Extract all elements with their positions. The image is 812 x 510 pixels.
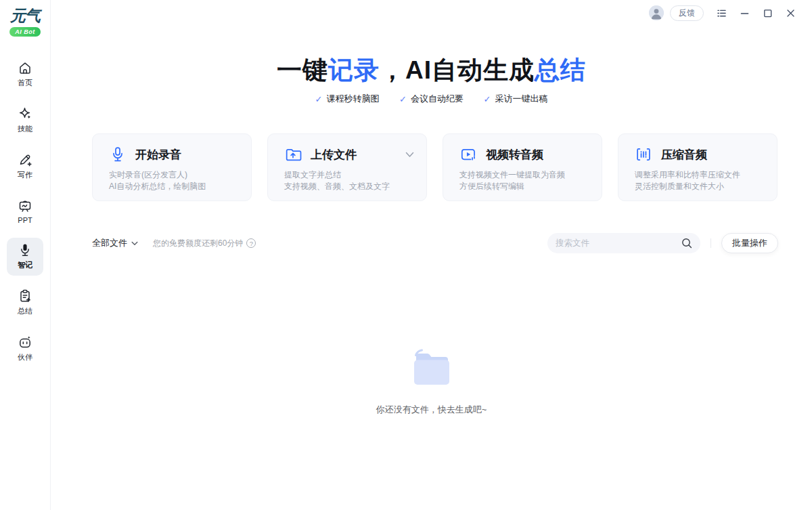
feature-item: ✓ 课程秒转脑图 <box>315 93 380 105</box>
avatar[interactable] <box>649 5 664 20</box>
batch-actions-button[interactable]: 批量操作 <box>721 233 778 253</box>
card-description: 实时录音(区分发言人) AI自动分析总结，绘制脑图 <box>109 169 239 192</box>
chevron-down-icon[interactable] <box>405 152 414 158</box>
maximize-icon[interactable] <box>763 8 773 18</box>
card-header: 开始录音 <box>109 146 239 163</box>
robot-icon <box>18 335 32 349</box>
feature-list: ✓ 课程秒转脑图 ✓ 会议自动纪要 ✓ 采访一键出稿 <box>51 93 812 105</box>
upload-folder-icon <box>284 146 302 163</box>
feature-label: 课程秒转脑图 <box>326 93 379 105</box>
card-header: 压缩音频 <box>635 146 765 163</box>
user-icon <box>649 5 664 20</box>
upload-file-card[interactable]: 上传文件 提取文字并总结 支持视频、音频、文档及文字 <box>267 133 427 201</box>
card-description: 提取文字并总结 支持视频、音频、文档及文字 <box>284 169 414 192</box>
file-toolbar: 全部文件 您的免费额度还剩60分钟 ? 批量操作 <box>92 233 778 253</box>
window-topbar: 反馈 <box>649 5 796 21</box>
card-desc-line: AI自动分析总结，绘制脑图 <box>109 181 239 192</box>
card-desc-line: 提取文字并总结 <box>284 169 414 181</box>
video-to-audio-card[interactable]: 视频转音频 支持视频文件一键提取为音频 方便后续转写编辑 <box>443 133 602 201</box>
search-input[interactable] <box>556 238 681 248</box>
sidebar-item-label: 智记 <box>18 260 32 270</box>
sidebar-item-label: PPT <box>18 216 32 224</box>
title-highlight: 记录 <box>328 56 380 84</box>
check-icon: ✓ <box>399 94 407 104</box>
microphone-icon <box>109 146 127 163</box>
sidebar-item-writing[interactable]: 写作 <box>7 148 43 186</box>
free-quota: 您的免费额度还剩60分钟 ? <box>153 238 256 249</box>
card-description: 调整采用率和比特率压缩文件 灵活控制质量和文件大小 <box>635 169 765 192</box>
sidebar-item-label: 技能 <box>18 124 32 134</box>
title-part: 一键 <box>277 56 328 84</box>
app-logo-text: 元气 <box>9 7 41 24</box>
sidebar-item-ppt[interactable]: PPT <box>7 194 43 230</box>
sidebar-nav: 首页 技能 写作 PPT <box>7 56 43 368</box>
task-list-icon[interactable] <box>717 8 727 18</box>
search-box <box>547 233 700 253</box>
card-header: 视频转音频 <box>459 146 589 163</box>
sidebar-item-smart-notes[interactable]: 智记 <box>7 238 43 276</box>
empty-state-message: 你还没有文件，快去生成吧~ <box>51 404 812 416</box>
compress-audio-card[interactable]: 压缩音频 调整采用率和比特率压缩文件 灵活控制质量和文件大小 <box>618 133 777 201</box>
card-desc-line: 调整采用率和比特率压缩文件 <box>635 169 765 181</box>
file-filter-dropdown[interactable]: 全部文件 <box>92 237 138 249</box>
feature-label: 采访一键出稿 <box>495 93 547 105</box>
card-desc-line: 实时录音(区分发言人) <box>109 169 239 181</box>
card-desc-line: 支持视频、音频、文档及文字 <box>284 181 414 192</box>
search-icon[interactable] <box>681 238 692 249</box>
sidebar-item-label: 总结 <box>18 306 32 316</box>
sidebar-item-home[interactable]: 首页 <box>7 56 43 93</box>
pen-icon <box>18 152 32 167</box>
title-highlight: 总结 <box>535 56 586 84</box>
microphone-icon <box>18 242 32 257</box>
app-logo-badge: AI Bot <box>9 27 41 37</box>
card-description: 支持视频文件一键提取为音频 方便后续转写编辑 <box>459 169 589 192</box>
quota-text: 您的免费额度还剩60分钟 <box>153 238 243 249</box>
video-to-audio-icon <box>459 146 477 163</box>
feature-label: 会议自动纪要 <box>411 93 464 105</box>
card-header: 上传文件 <box>284 146 414 163</box>
clipboard-icon <box>18 289 32 303</box>
feedback-button[interactable]: 反馈 <box>670 5 704 21</box>
sparkle-icon <box>18 106 32 121</box>
sidebar-item-buddy[interactable]: 伙伴 <box>7 330 43 368</box>
filter-label: 全部文件 <box>92 237 127 249</box>
sidebar: 元气 AI Bot 首页 技能 写作 <box>0 0 51 510</box>
chevron-down-icon <box>131 241 138 246</box>
check-icon: ✓ <box>484 94 491 104</box>
card-title: 开始录音 <box>135 147 181 163</box>
user-group: 反馈 <box>649 5 704 21</box>
compress-audio-icon <box>635 146 652 163</box>
home-icon <box>18 60 32 75</box>
card-desc-line: 灵活控制质量和文件大小 <box>635 181 765 192</box>
title-part: ，AI自动生成 <box>380 56 535 84</box>
card-desc-line: 支持视频文件一键提取为音频 <box>459 169 589 181</box>
toolbar-divider <box>710 238 711 248</box>
feature-item: ✓ 会议自动纪要 <box>399 93 464 105</box>
empty-folder-icon <box>410 348 453 387</box>
app-logo: 元气 AI Bot <box>9 7 41 37</box>
sidebar-item-label: 伙伴 <box>18 352 32 362</box>
sidebar-item-summary[interactable]: 总结 <box>7 284 43 322</box>
feature-item: ✓ 采访一键出稿 <box>484 93 548 105</box>
card-title: 压缩音频 <box>661 147 707 163</box>
card-desc-line: 方便后续转写编辑 <box>459 181 589 192</box>
close-icon[interactable] <box>786 8 796 18</box>
sidebar-item-skills[interactable]: 技能 <box>7 102 43 140</box>
start-recording-card[interactable]: 开始录音 实时录音(区分发言人) AI自动分析总结，绘制脑图 <box>92 133 252 201</box>
presentation-icon <box>18 198 32 213</box>
page-title: 一键记录，AI自动生成总结 <box>51 54 812 87</box>
card-title: 上传文件 <box>311 147 357 163</box>
action-cards: 开始录音 实时录音(区分发言人) AI自动分析总结，绘制脑图 上传文件 提取文字… <box>92 133 777 201</box>
card-title: 视频转音频 <box>486 147 543 163</box>
empty-state: 你还没有文件，快去生成吧~ <box>51 348 812 416</box>
sidebar-item-label: 写作 <box>18 170 32 180</box>
help-icon[interactable]: ? <box>246 238 256 248</box>
sidebar-item-label: 首页 <box>18 78 32 88</box>
minimize-icon[interactable] <box>740 8 750 18</box>
check-icon: ✓ <box>315 94 323 104</box>
